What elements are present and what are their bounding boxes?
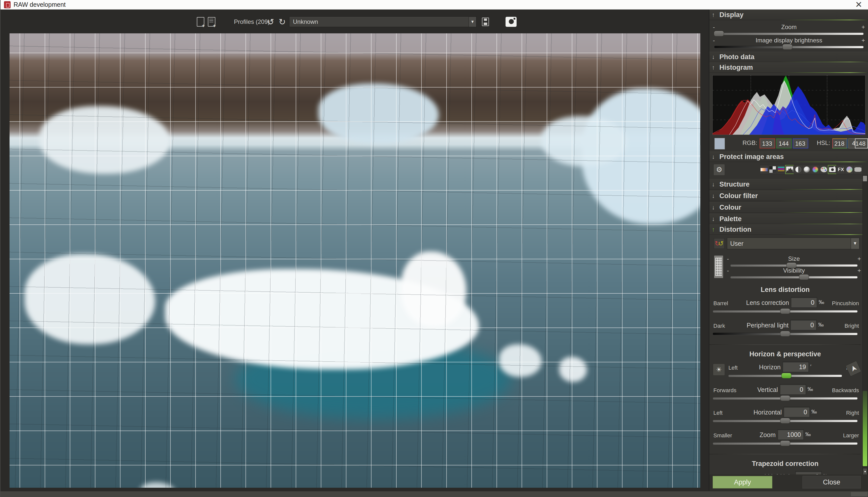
panel-scrollbar[interactable] <box>863 175 868 479</box>
horizon-level-icon[interactable]: ☀ <box>713 364 725 375</box>
section-photo-data-label: Photo data <box>719 53 755 61</box>
slider-label: Horizontal <box>754 409 782 416</box>
expand-arrow-icon: ↓ <box>712 192 719 199</box>
section-colour[interactable]: ↓Colour <box>709 202 868 213</box>
slider-thumb[interactable] <box>780 331 790 337</box>
scrollbar-thumb[interactable] <box>863 391 867 466</box>
reset-parameters-icon[interactable]: ↻↺ <box>714 238 725 249</box>
redo-icon[interactable]: ↻ <box>279 16 286 28</box>
scrollbar-top-button[interactable] <box>863 176 867 181</box>
resize-grip[interactable] <box>851 492 868 496</box>
zoom-minus[interactable]: - <box>713 24 715 31</box>
size-plus[interactable]: + <box>857 255 861 262</box>
brightness-plus[interactable]: + <box>862 37 865 44</box>
exposure-icon[interactable] <box>768 165 777 174</box>
scrollbar-bottom-button[interactable] <box>863 468 867 475</box>
slider-thumb[interactable] <box>780 418 790 424</box>
profile-dropdown[interactable]: Unknown ▼ <box>289 16 477 27</box>
slider-thumb[interactable] <box>782 44 793 49</box>
rgb-label: RGB: <box>743 139 757 146</box>
display-brightness-label: Image display brightness <box>711 37 867 44</box>
camera-profile-icon[interactable] <box>828 165 837 174</box>
display-brightness-slider[interactable] <box>714 46 864 48</box>
section-palette[interactable]: ↓Palette <box>709 214 868 224</box>
brightness-minus[interactable]: - <box>713 37 715 44</box>
slider-label: Vertical <box>757 386 778 393</box>
display-zoom-slider[interactable] <box>714 32 864 35</box>
tool-icon-row: ⚙ FX <box>709 162 868 178</box>
slider-track[interactable] <box>713 333 857 335</box>
close-window-button[interactable]: ✕ <box>853 0 865 10</box>
section-structure[interactable]: ↓Structure <box>709 179 868 189</box>
probe-color-swatch <box>714 138 725 150</box>
value-input[interactable]: 1000 <box>777 429 804 440</box>
visibility-minus[interactable]: - <box>727 267 729 274</box>
section-display[interactable]: ↑ Display <box>709 10 868 20</box>
section-histogram-label: Histogram <box>719 64 753 71</box>
add-profile-icon[interactable]: + <box>197 16 204 28</box>
add-all-profiles-icon[interactable]: + <box>208 16 215 28</box>
vignette-icon[interactable] <box>802 165 811 174</box>
contrast-icon[interactable] <box>794 165 803 174</box>
film-icon[interactable] <box>853 165 863 174</box>
chevron-down-icon[interactable]: ▼ <box>851 238 859 249</box>
slider-row-vertical: ForwardsVertical0‰Backwards <box>709 384 861 403</box>
slider-track[interactable] <box>713 442 857 444</box>
section-distortion[interactable]: ↑ Distortion <box>709 224 868 235</box>
section-protect-areas[interactable]: ↓ Protect image areas <box>709 152 868 162</box>
collapse-arrow-icon: ↑ <box>712 64 719 71</box>
section-colour-filter[interactable]: ↓Colour filter <box>709 190 868 201</box>
slider-thumb[interactable] <box>799 274 809 280</box>
titlebar: RAW development ✕ <box>0 0 868 10</box>
display-zoom-row: - Zoom + <box>711 24 867 35</box>
chevron-down-icon[interactable]: ▼ <box>469 17 476 27</box>
slider-track[interactable] <box>713 310 857 312</box>
slider-label: Zoom <box>760 431 776 438</box>
slider-thumb[interactable] <box>781 373 791 379</box>
slider-track[interactable] <box>713 397 857 399</box>
preview-display-icon[interactable] <box>506 16 516 28</box>
gear-icon[interactable]: ⚙ <box>713 164 725 175</box>
undo-icon[interactable]: ↺ <box>267 16 274 28</box>
gradient-map-icon[interactable] <box>760 165 769 174</box>
white-balance-icon[interactable] <box>811 165 820 174</box>
value-input[interactable]: 0 <box>784 407 810 417</box>
value-input[interactable]: 0 <box>791 297 817 308</box>
histogram-tool-icon[interactable] <box>785 165 794 174</box>
save-profile-icon[interactable] <box>482 16 489 28</box>
profile-dropdown-value: Unknown <box>289 18 469 25</box>
raw-development-window: RAW development ✕ + + Profiles (209): ↺ … <box>0 0 868 497</box>
slider-track[interactable] <box>713 420 857 422</box>
grid-size-row: - Size + <box>727 255 861 267</box>
slider-label: Lens correction <box>746 299 789 306</box>
slider-thumb[interactable] <box>780 441 790 446</box>
slider-thumb[interactable] <box>780 395 790 401</box>
slider-track[interactable] <box>728 375 842 377</box>
color-readout-row: RGB: 133 144 163 HSL: 218 47 148 <box>709 137 868 152</box>
grid-display-toggle[interactable] <box>714 255 724 278</box>
distortion-preset-dropdown[interactable]: User ▼ <box>727 238 859 249</box>
size-minus[interactable]: - <box>727 255 729 262</box>
photo-canvas[interactable] <box>10 33 700 488</box>
grid-visibility-slider[interactable] <box>730 276 857 278</box>
slider-thumb[interactable] <box>780 309 790 314</box>
palette-tool-icon[interactable] <box>819 165 828 174</box>
group-separator <box>709 454 861 454</box>
value-input[interactable]: 0 <box>780 384 806 395</box>
close-button[interactable]: Close <box>802 476 861 488</box>
collapse-arrow-icon: ↑ <box>712 226 719 233</box>
grid-visibility-row: - Visibility + <box>727 267 861 278</box>
section-photo-data[interactable]: ↓ Photo data <box>709 52 868 62</box>
fx-icon[interactable]: FX <box>836 165 845 174</box>
tone-curve-icon[interactable] <box>777 165 786 174</box>
zoom-plus[interactable]: + <box>862 24 865 31</box>
histogram-plot <box>712 75 866 135</box>
value-input[interactable]: 19 <box>783 361 809 372</box>
apply-button[interactable]: Apply <box>713 476 772 488</box>
ai-brain-icon[interactable] <box>845 165 854 174</box>
visibility-plus[interactable]: + <box>857 267 861 274</box>
value-input[interactable]: 0 <box>790 320 816 330</box>
slider-thumb[interactable] <box>714 31 724 37</box>
grid-size-slider[interactable] <box>730 264 857 267</box>
section-histogram[interactable]: ↑ Histogram <box>709 62 868 73</box>
